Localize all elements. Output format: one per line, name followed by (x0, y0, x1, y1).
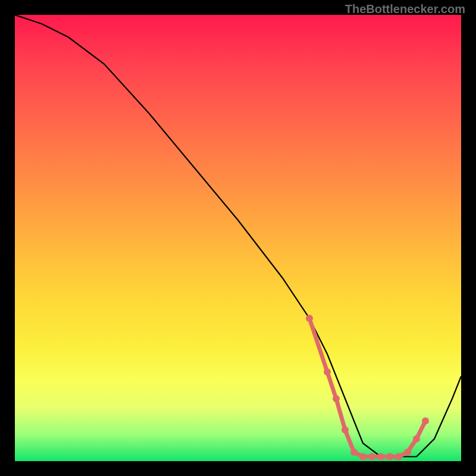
watermark-text: TheBottlenecker.com (345, 2, 465, 16)
bottleneck-curve (15, 15, 461, 457)
marker-dot (306, 315, 313, 322)
marker-dot (342, 427, 349, 434)
plot-area (15, 15, 461, 461)
marker-group (306, 315, 429, 461)
marker-dot (377, 453, 384, 461)
marker-dot (350, 449, 358, 456)
curve-svg (15, 15, 461, 461)
marker-dot (422, 418, 429, 425)
marker-dot (333, 395, 340, 402)
marker-dot (386, 453, 393, 461)
marker-dot (324, 368, 331, 375)
marker-dot (359, 453, 367, 461)
marker-dot (404, 449, 411, 456)
marker-path (309, 318, 425, 457)
marker-dot (368, 453, 375, 461)
marker-dot (395, 453, 402, 461)
marker-dot (413, 436, 420, 443)
chart-container: TheBottlenecker.com (0, 0, 476, 476)
